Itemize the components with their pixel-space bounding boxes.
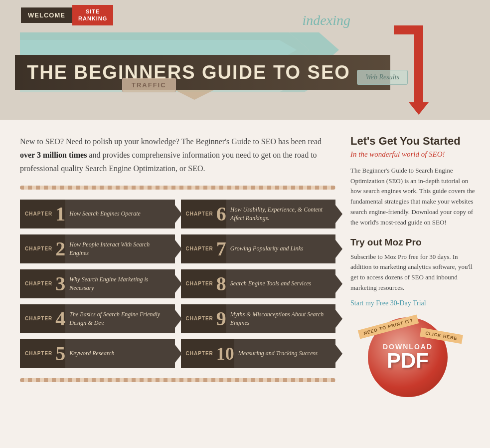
chapter-2-item[interactable]: CHAPTER 2 How People Interact With Searc… xyxy=(20,234,175,263)
chapter-1-item[interactable]: CHAPTER 1 How Search Engines Operate xyxy=(20,200,175,228)
indexing-label: indexing xyxy=(303,12,350,28)
sidebar-subheading: In the wonderful world of SEO! xyxy=(350,150,475,160)
pdf-download-widget[interactable]: NEED TO PRINT IT? CLICK HERE DOWNLOAD PD… xyxy=(350,317,475,407)
sidebar-trial-text: Subscribe to Moz Pro free for 30 days. I… xyxy=(350,252,475,293)
sidebar-body: The Beginner's Guide to Search Engine Op… xyxy=(350,166,475,228)
traffic-label: TRAFFIC xyxy=(122,78,176,92)
chapter-8-item[interactable]: CHAPTER 8 Search Engine Tools and Servic… xyxy=(181,269,336,298)
chapter-7-item[interactable]: CHAPTER 7 Growing Popularity and Links xyxy=(181,234,336,263)
moz-section-title: Try out Moz Pro xyxy=(350,237,475,248)
main-title-bar: THE BEGINNERS GUIDE TO SEO xyxy=(15,55,390,90)
content-wrapper: New to SEO? Need to polish up your knowl… xyxy=(0,120,490,417)
chapter-4-item[interactable]: CHAPTER 4 The Basics of Search Engine Fr… xyxy=(20,304,175,333)
site-ranking-badge: SITERANKING xyxy=(72,5,113,25)
free-trial-link[interactable]: Start my Free 30-Day Trial xyxy=(350,299,426,307)
main-title: THE BEGINNERS GUIDE TO SEO xyxy=(27,63,378,82)
intro-paragraph: New to SEO? Need to polish up your knowl… xyxy=(20,135,335,176)
chapter-3-item[interactable]: CHAPTER 3 Why Search Engine Marketing is… xyxy=(20,269,175,298)
decorative-divider-bottom xyxy=(20,378,335,382)
welcome-badge: WELCOME xyxy=(21,7,72,23)
chapter-9-item[interactable]: CHAPTER 9 Myths & Misconceptions About S… xyxy=(181,304,336,333)
pdf-big-text: PDF xyxy=(387,350,429,371)
left-content: New to SEO? Need to polish up your knowl… xyxy=(20,135,350,407)
chapters-grid: CHAPTER 1 How Search Engines Operate CHA… xyxy=(20,200,335,368)
chapter-5-item[interactable]: CHAPTER 5 Keyword Research xyxy=(20,339,175,368)
decorative-divider-top xyxy=(20,186,335,190)
header-banner: WELCOME SITERANKING indexing Web Results… xyxy=(0,0,490,120)
web-results-badge: Web Results xyxy=(357,70,408,85)
chapter-6-item[interactable]: CHAPTER 6 How Usability, Experience, & C… xyxy=(181,200,336,228)
chapter-10-item[interactable]: CHAPTER 10 Measuring and Tracking Succes… xyxy=(181,339,336,368)
sidebar-heading: Let's Get You Started xyxy=(350,135,475,148)
right-sidebar: Let's Get You Started In the wonderful w… xyxy=(350,135,475,407)
